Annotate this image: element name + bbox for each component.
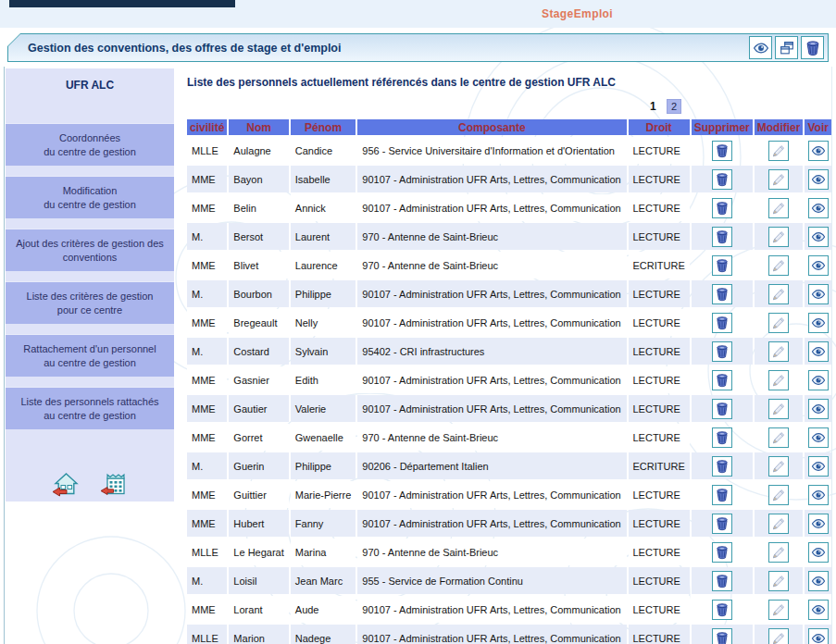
top-dark-stripe <box>9 0 235 7</box>
page-number-link[interactable]: 2 <box>667 99 681 114</box>
cell-composante: 90107 - Administration UFR Arts, Lettres… <box>357 481 626 508</box>
edit-row-button[interactable] <box>768 542 789 563</box>
delete-row-button[interactable] <box>712 313 732 333</box>
trash-icon <box>715 201 730 216</box>
edit-row-button[interactable] <box>768 485 789 505</box>
edit-row-button[interactable] <box>768 456 789 477</box>
page-header: Gestion des conventions, des offres de s… <box>7 33 829 62</box>
cell-composante: 90107 - Administration UFR Arts, Lettres… <box>357 280 626 307</box>
edit-row-button[interactable] <box>768 628 789 644</box>
view-row-button[interactable] <box>808 514 829 534</box>
trash-icon <box>715 316 730 330</box>
edit-row-button[interactable] <box>768 198 789 218</box>
sidebar-footer-icons <box>6 472 174 501</box>
trash-icon <box>715 516 730 531</box>
cell-droit: LECTURE <box>629 166 690 192</box>
edit-row-button[interactable] <box>768 284 789 304</box>
table-row: MME Bregeault Nelly 90107 - Administrati… <box>187 309 831 336</box>
trash-icon <box>715 488 730 502</box>
cell-droit: LECTURE <box>629 510 690 537</box>
view-row-button[interactable] <box>808 341 829 362</box>
delete-row-button[interactable] <box>712 399 732 419</box>
delete-row-button[interactable] <box>712 370 732 390</box>
eye-icon <box>811 488 826 502</box>
delete-row-button[interactable] <box>712 198 732 218</box>
eye-icon <box>811 172 826 187</box>
delete-row-button[interactable] <box>712 514 732 534</box>
delete-row-button[interactable] <box>712 255 732 276</box>
view-row-button[interactable] <box>808 284 829 304</box>
delete-button[interactable] <box>801 36 824 59</box>
view-row-button[interactable] <box>808 399 829 419</box>
col-header-composante: Composante <box>357 119 626 135</box>
cell-prenom: Fanny <box>291 510 356 537</box>
table-row: MLLE Aulagne Candice 956 - Service Unive… <box>187 137 831 164</box>
delete-row-button[interactable] <box>712 571 732 591</box>
col-header-supprimer: Supprimer <box>692 119 753 135</box>
cell-droit: LECTURE <box>629 137 690 164</box>
view-row-button[interactable] <box>808 485 829 505</box>
delete-row-button[interactable] <box>712 341 732 362</box>
edit-row-button[interactable] <box>768 227 789 247</box>
delete-row-button[interactable] <box>712 485 732 505</box>
view-row-button[interactable] <box>808 600 829 620</box>
delete-row-button[interactable] <box>712 227 732 247</box>
delete-row-button[interactable] <box>712 600 732 620</box>
view-row-button[interactable] <box>808 198 829 218</box>
table-row: MME Hubert Fanny 90107 - Administration … <box>187 510 831 537</box>
cell-droit: LECTURE <box>629 539 690 565</box>
view-row-button[interactable] <box>808 628 829 644</box>
view-row-button[interactable] <box>808 542 829 563</box>
cell-droit: LECTURE <box>629 194 690 221</box>
edit-row-button[interactable] <box>768 600 789 620</box>
view-row-button[interactable] <box>808 313 829 333</box>
delete-row-button[interactable] <box>712 456 732 477</box>
edit-row-button[interactable] <box>768 370 789 390</box>
sidebar-item-2[interactable]: Modification du centre de gestion <box>6 176 174 218</box>
view-row-button[interactable] <box>808 255 829 276</box>
building-back-button[interactable] <box>100 472 128 501</box>
view-row-button[interactable] <box>808 141 829 161</box>
cell-nom: Marion <box>229 625 288 644</box>
trash-icon <box>715 602 730 617</box>
view-row-button[interactable] <box>808 571 829 591</box>
edit-row-button[interactable] <box>768 514 789 534</box>
cell-droit: LECTURE <box>629 481 690 508</box>
view-row-button[interactable] <box>808 456 829 477</box>
home-back-button[interactable] <box>52 472 80 501</box>
edit-row-button[interactable] <box>768 341 789 362</box>
delete-row-button[interactable] <box>712 169 732 190</box>
edit-row-button[interactable] <box>768 399 789 419</box>
delete-row-button[interactable] <box>712 427 732 448</box>
eye-icon <box>811 631 826 644</box>
view-row-button[interactable] <box>808 227 829 247</box>
sidebar-item-4[interactable]: Liste des critères de gestion pour ce ce… <box>6 281 174 324</box>
view-button[interactable] <box>749 36 772 59</box>
delete-row-button[interactable] <box>712 141 732 161</box>
delete-row-button[interactable] <box>712 284 732 304</box>
eye-icon <box>811 287 826 302</box>
trash-icon <box>715 574 730 588</box>
edit-row-button[interactable] <box>768 313 789 333</box>
page-number-current: 1 <box>650 100 656 113</box>
edit-row-button[interactable] <box>768 141 789 161</box>
cascade-windows-button[interactable] <box>775 36 798 59</box>
table-row: MME Gorret Gwenaelle 970 - Antenne de Sa… <box>187 424 831 451</box>
sidebar-item-1[interactable]: Coordonnées du centre de gestion <box>6 123 174 166</box>
trash-icon <box>715 172 730 187</box>
view-row-button[interactable] <box>808 427 829 448</box>
edit-row-button[interactable] <box>768 571 789 591</box>
cell-nom: Lorant <box>229 596 288 623</box>
edit-row-button[interactable] <box>768 255 789 276</box>
view-row-button[interactable] <box>808 370 829 390</box>
edit-row-button[interactable] <box>768 427 789 448</box>
sidebar-item-6[interactable]: Liste des personnels rattachés au centre… <box>6 387 174 429</box>
delete-row-button[interactable] <box>712 628 732 644</box>
edit-row-button[interactable] <box>768 169 789 190</box>
view-row-button[interactable] <box>808 169 829 190</box>
sidebar-item-3[interactable]: Ajout des critères de gestion des conven… <box>6 229 174 271</box>
sidebar-item-5[interactable]: Rattachement d'un personnel au centre de… <box>6 334 174 377</box>
personnel-table: civilité Nom Pénom Composante Droit Supp… <box>185 118 833 644</box>
cell-prenom: Isabelle <box>291 166 356 192</box>
delete-row-button[interactable] <box>712 542 732 563</box>
